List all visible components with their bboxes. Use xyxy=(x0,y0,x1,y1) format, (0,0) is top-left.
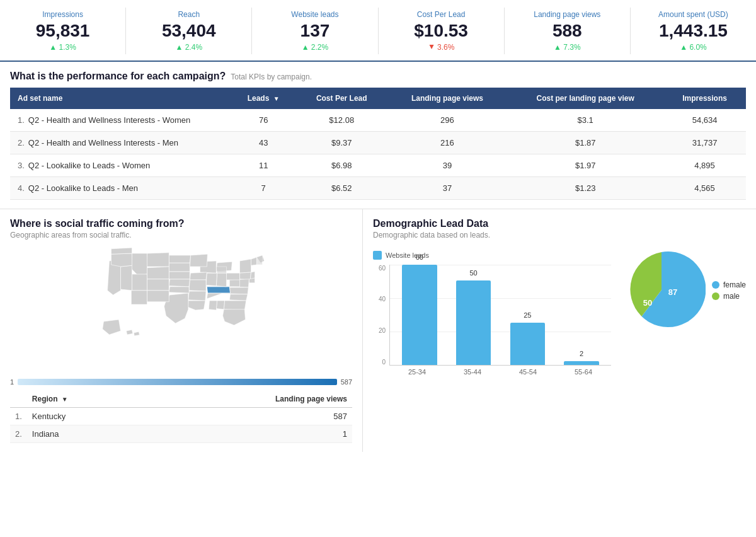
kpi-item-4: Landing page views 588 ▲ 7.3% xyxy=(505,8,631,54)
kpi-label-3: Cost Per Lead xyxy=(384,10,499,19)
region-table: Region ▼ Landing page views 1. Kentucky … xyxy=(10,391,352,443)
row-leads: 7 xyxy=(231,176,296,199)
bars-container: 6050252 xyxy=(390,265,611,365)
row-impressions: 4,895 xyxy=(663,154,746,176)
campaign-table-header: Ad set name Leads ▼ Cost Per Lead Landin… xyxy=(10,88,746,109)
region-row-name: Kentucky xyxy=(27,407,144,425)
col-lpv: Landing page views xyxy=(387,88,508,109)
campaign-table-row: 4.Q2 - Lookalike to Leads - Men 7 $6.52 … xyxy=(10,176,746,199)
scale-bar: 1 587 xyxy=(10,378,352,386)
region-row-views: 587 xyxy=(144,407,352,425)
bars-area: 6050252 xyxy=(389,265,611,366)
row-num-name: 2.Q2 - Health and Wellness Interests - M… xyxy=(10,131,231,154)
bar-group-25-34: 60 xyxy=(392,265,447,365)
x-label-45-54: 45-54 xyxy=(500,368,556,376)
region-table-row: 1. Kentucky 587 xyxy=(10,407,352,425)
bar-55-64: 2 xyxy=(564,361,599,364)
y-label-40: 40 xyxy=(373,296,386,303)
kpi-change-2: ▲ 2.2% xyxy=(257,43,372,52)
demographic-title: Demographic Lead Data xyxy=(373,218,746,229)
kpi-value-3: $10.53 xyxy=(384,21,499,41)
row-cplpv: $3.1 xyxy=(507,109,663,132)
legend-dot-female xyxy=(712,281,719,289)
kpi-label-2: Website leads xyxy=(257,10,372,19)
row-num-name: 1.Q2 - Health and Wellness Interests - W… xyxy=(10,109,231,132)
bar-chart-section: Website leads 0 20 40 60 xyxy=(373,246,611,376)
region-row-name: Indiana xyxy=(27,425,144,442)
scale-min: 1 xyxy=(10,378,14,386)
col-impressions: Impressions xyxy=(663,88,746,109)
kpi-change-5: ▲ 6.0% xyxy=(636,43,751,52)
scale-max: 587 xyxy=(341,378,352,386)
kpi-value-4: 588 xyxy=(510,21,625,41)
row-lpv: 216 xyxy=(387,131,508,154)
bar-group-35-44: 50 xyxy=(447,265,501,365)
row-cplpv: $1.87 xyxy=(507,131,663,154)
bar-legend: Website leads xyxy=(373,251,611,260)
legend-item-male: male xyxy=(712,292,746,301)
row-lpv: 296 xyxy=(387,109,508,132)
bar-legend-dot xyxy=(373,251,382,260)
bar-value-25-34: 60 xyxy=(416,253,423,261)
region-col-region[interactable]: Region ▼ xyxy=(27,391,144,408)
bar-25-34: 60 xyxy=(402,265,437,365)
traffic-panel: Where is social traffic coming from? Geo… xyxy=(0,209,363,452)
kpi-item-3: Cost Per Lead $10.53 ▲ 3.6% xyxy=(379,8,505,54)
kpi-item-2: Website leads 137 ▲ 2.2% xyxy=(252,8,378,54)
campaign-table-row: 3.Q2 - Lookalike to Leads - Women 11 $6.… xyxy=(10,154,746,176)
kpi-label-0: Impressions xyxy=(5,10,120,19)
y-label-20: 20 xyxy=(373,327,386,334)
x-label-35-44: 35-44 xyxy=(445,368,500,376)
bar-35-44: 50 xyxy=(456,280,491,364)
row-num-name: 3.Q2 - Lookalike to Leads - Women xyxy=(10,154,231,176)
scale-track xyxy=(18,379,337,385)
bar-group-55-64: 2 xyxy=(554,265,609,365)
bar-value-35-44: 50 xyxy=(469,269,477,277)
bar-group-45-54: 25 xyxy=(501,265,555,365)
campaign-table: Ad set name Leads ▼ Cost Per Lead Landin… xyxy=(10,88,746,200)
campaign-subtitle: Total KPIs by campaign. xyxy=(231,72,312,81)
col-leads[interactable]: Leads ▼ xyxy=(231,88,296,109)
donut-male-label: 50 xyxy=(643,298,652,308)
region-row-views: 1 xyxy=(144,425,352,442)
region-col-views: Landing page views xyxy=(144,391,352,408)
row-leads: 76 xyxy=(231,109,296,132)
campaign-table-row: 2.Q2 - Health and Wellness Interests - M… xyxy=(10,131,746,154)
map-container xyxy=(10,246,352,372)
donut-section: 87 50 female male xyxy=(617,246,746,336)
y-label-0: 0 xyxy=(373,359,386,366)
us-map xyxy=(10,246,352,359)
traffic-title: Where is social traffic coming from? xyxy=(10,218,352,229)
legend-label-female: female xyxy=(723,280,746,289)
campaign-section: What is the performance for each campaig… xyxy=(0,62,756,209)
legend-item-female: female xyxy=(712,280,746,289)
region-table-row: 2. Indiana 1 xyxy=(10,425,352,442)
kpi-change-1: ▲ 2.4% xyxy=(131,43,246,52)
row-impressions: 4,565 xyxy=(663,176,746,199)
donut-chart: 87 50 xyxy=(617,246,706,336)
donut-legend: female male xyxy=(712,280,746,301)
col-ad-set-name: Ad set name xyxy=(10,88,231,109)
traffic-subtitle: Geographic areas from social traffic. xyxy=(10,231,352,240)
bar-value-45-54: 25 xyxy=(524,311,531,319)
row-cpl: $6.98 xyxy=(296,154,387,176)
row-cpl: $9.37 xyxy=(296,131,387,154)
demographic-panel: Demographic Lead Data Demographic data b… xyxy=(363,209,756,452)
kpi-value-1: 53,404 xyxy=(131,21,246,41)
x-label-55-64: 55-64 xyxy=(556,368,611,376)
kpi-bar: Impressions 95,831 ▲ 1.3% Reach 53,404 ▲… xyxy=(0,0,756,62)
kpi-item-0: Impressions 95,831 ▲ 1.3% xyxy=(0,8,126,54)
row-impressions: 31,737 xyxy=(663,131,746,154)
kpi-change-4: ▲ 7.3% xyxy=(510,43,625,52)
region-row-num: 2. xyxy=(10,425,27,442)
demographic-subtitle: Demographic data based on leads. xyxy=(373,231,746,240)
row-cplpv: $1.97 xyxy=(507,154,663,176)
row-lpv: 37 xyxy=(387,176,508,199)
row-cpl: $12.08 xyxy=(296,109,387,132)
row-lpv: 39 xyxy=(387,154,508,176)
campaign-table-row: 1.Q2 - Health and Wellness Interests - W… xyxy=(10,109,746,132)
row-leads: 43 xyxy=(231,131,296,154)
y-axis: 0 20 40 60 xyxy=(373,265,386,366)
legend-label-male: male xyxy=(723,292,740,301)
kpi-value-5: 1,443.15 xyxy=(636,21,751,41)
